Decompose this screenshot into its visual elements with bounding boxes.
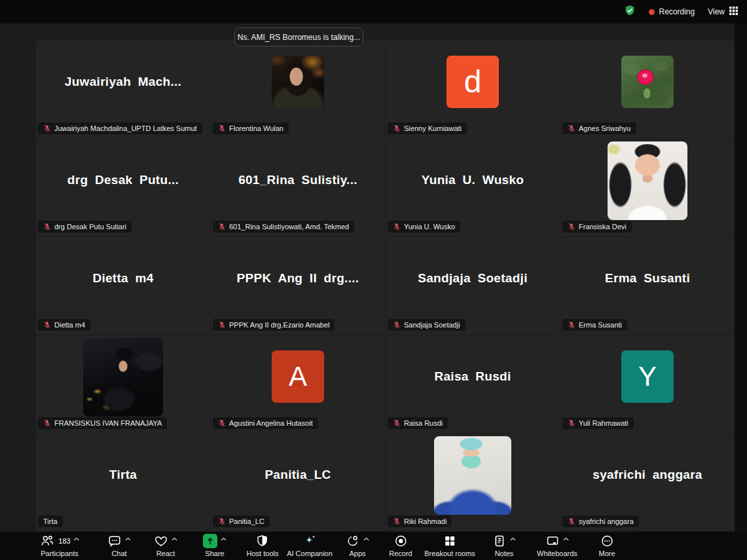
- participant-name-label: 601_Rina Sulistiyowati, Amd. Tekmed: [213, 221, 354, 233]
- participant-name-text: Yuli Rahmawati: [579, 419, 629, 427]
- more-ellipsis-icon: [600, 534, 614, 548]
- view-button[interactable]: View: [708, 7, 738, 17]
- ai-companion-button[interactable]: AI Companion: [287, 534, 333, 557]
- letter-avatar: d: [446, 56, 499, 108]
- participant-tile[interactable]: Y Yuli Rahmawati: [560, 335, 735, 433]
- participant-name-label: Fransiska Devi: [562, 221, 632, 233]
- host-tools-button[interactable]: Host tools: [247, 534, 279, 557]
- participant-name-label: Riki Rahmadi: [388, 515, 452, 527]
- recording-label: Recording: [659, 7, 695, 16]
- security-shield-icon[interactable]: [624, 5, 636, 19]
- participant-tile[interactable]: syafrichi anggara syafrichi anggara: [560, 434, 735, 531]
- breakout-rooms-button[interactable]: Breakout rooms: [424, 534, 475, 557]
- muted-mic-icon: [218, 124, 226, 132]
- muted-mic-icon: [393, 223, 401, 231]
- participant-name-label: Dietta m4: [38, 319, 90, 331]
- chevron-up-icon[interactable]: [563, 537, 569, 541]
- participant-tile[interactable]: Riki Rahmadi: [386, 434, 560, 531]
- profile-photo-avatar: [272, 56, 324, 108]
- participant-tile[interactable]: 601_Rina Sulistiy... 601_Rina Sulistiyow…: [211, 139, 385, 236]
- chevron-up-icon[interactable]: [172, 537, 177, 541]
- participant-name-text: Sienny Kurniawati: [404, 124, 462, 132]
- participant-name-text: Dietta m4: [54, 321, 85, 329]
- top-bar: Recording View: [0, 0, 747, 24]
- notes-label: Notes: [495, 550, 514, 557]
- gallery-scrollbar[interactable]: [735, 24, 747, 532]
- chevron-up-icon[interactable]: [125, 537, 131, 541]
- participant-tile[interactable]: PPPK Ang II drg.... PPPK Ang II drg.Ezar…: [211, 237, 385, 335]
- chevron-up-icon[interactable]: [363, 537, 369, 541]
- muted-mic-icon: [43, 124, 51, 132]
- more-button[interactable]: More: [598, 534, 615, 557]
- participant-display-name: 601_Rina Sulistiy...: [211, 173, 385, 187]
- record-button[interactable]: Record: [389, 534, 412, 557]
- participant-tile[interactable]: Florentina Wulan: [211, 41, 385, 138]
- participant-name-text: Yunia U. Wusko: [404, 223, 455, 231]
- breakout-rooms-icon: [443, 534, 457, 548]
- participant-tile[interactable]: Agnes Sriwahyu: [560, 41, 735, 138]
- participant-name-text: Sandjaja Soetadji: [404, 321, 460, 329]
- participant-tile[interactable]: A Agustini Angelina Hutasoit: [211, 335, 385, 433]
- participant-display-name: syafrichi anggara: [560, 468, 735, 482]
- whiteboards-button[interactable]: Whiteboards: [537, 534, 577, 557]
- participant-display-name: PPPK Ang II drg....: [211, 271, 385, 286]
- participant-name-text: Juwairiyah Machdalina_UPTD Latkes Sumut: [54, 124, 197, 132]
- heart-icon: [154, 534, 168, 548]
- participant-name-label: Panitia_LC: [213, 515, 270, 527]
- participant-name-text: Florentina Wulan: [229, 124, 283, 132]
- participant-tile[interactable]: FRANSISKUS IVAN FRANAJAYA: [36, 335, 210, 433]
- chat-button[interactable]: Chat: [107, 534, 131, 557]
- apps-label: Apps: [349, 550, 365, 557]
- participant-tile[interactable]: Sandjaja Soetadji Sandjaja Soetadji: [386, 237, 560, 335]
- participant-tile[interactable]: Tirta Tirta: [36, 434, 210, 531]
- participant-display-name: Panitia_LC: [211, 468, 385, 482]
- muted-mic-icon: [43, 419, 51, 427]
- participant-name-label: PPPK Ang II drg.Ezario Amabel: [213, 319, 335, 331]
- muted-mic-icon: [568, 223, 575, 231]
- apps-button[interactable]: Apps: [346, 534, 369, 557]
- react-label: React: [156, 550, 175, 557]
- participant-name-text: Agustini Angelina Hutasoit: [229, 419, 313, 427]
- share-button[interactable]: Share: [203, 534, 227, 557]
- profile-photo-avatar: [621, 56, 674, 108]
- recording-indicator: Recording: [649, 7, 695, 16]
- chat-label: Chat: [111, 550, 126, 557]
- participant-tile[interactable]: Juwairiyah Mach... Juwairiyah Machdalina…: [36, 41, 210, 138]
- participant-name-text: Agnes Sriwahyu: [579, 124, 631, 132]
- chevron-up-icon[interactable]: [510, 537, 516, 541]
- letter-avatar: Y: [621, 350, 674, 403]
- chevron-up-icon[interactable]: [74, 537, 80, 541]
- participant-tile[interactable]: Dietta m4 Dietta m4: [36, 237, 210, 335]
- participant-name-text: Fransiska Devi: [579, 223, 627, 231]
- participant-name-label: Yuli Rahmawati: [562, 417, 634, 429]
- participant-name-text: Erma Susanti: [579, 321, 622, 329]
- participant-tile[interactable]: drg Desak Putu... drg Desak Putu Sutiari: [36, 139, 210, 236]
- chat-icon: [107, 534, 122, 548]
- chevron-up-icon[interactable]: [221, 537, 227, 541]
- participant-name-label: Agnes Sriwahyu: [562, 122, 636, 134]
- notes-button[interactable]: Notes: [492, 534, 516, 557]
- participants-button[interactable]: 183 Participants: [39, 534, 79, 557]
- participant-grid: Juwairiyah Mach... Juwairiyah Machdalina…: [36, 41, 735, 531]
- whiteboard-icon: [545, 534, 560, 548]
- participant-tile[interactable]: d Sienny Kurniawati: [386, 41, 560, 138]
- video-gallery: Juwairiyah Mach... Juwairiyah Machdalina…: [0, 24, 747, 532]
- notes-icon: [492, 534, 507, 548]
- shield-icon: [255, 534, 270, 548]
- participant-tile[interactable]: Fransiska Devi: [560, 139, 735, 236]
- participant-display-name: Raisa Rusdi: [386, 369, 560, 384]
- participant-name-label: Erma Susanti: [562, 319, 627, 331]
- participant-display-name: Tirta: [36, 468, 210, 482]
- participants-label: Participants: [41, 550, 78, 557]
- participant-display-name: Yunia U. Wusko: [386, 173, 560, 187]
- participant-name-label: Florentina Wulan: [213, 122, 289, 134]
- participant-tile[interactable]: Raisa Rusdi Raisa Rusdi: [386, 335, 560, 433]
- participant-tile[interactable]: Yunia U. Wusko Yunia U. Wusko: [386, 139, 560, 236]
- participant-tile[interactable]: Panitia_LC Panitia_LC: [211, 434, 385, 531]
- react-button[interactable]: React: [154, 534, 177, 557]
- participant-name-label: syafrichi anggara: [562, 515, 639, 527]
- muted-mic-icon: [568, 124, 575, 132]
- participant-name-text: drg Desak Putu Sutiari: [54, 223, 126, 231]
- participant-tile[interactable]: Erma Susanti Erma Susanti: [560, 237, 735, 335]
- participant-name-text: syafrichi anggara: [579, 517, 634, 525]
